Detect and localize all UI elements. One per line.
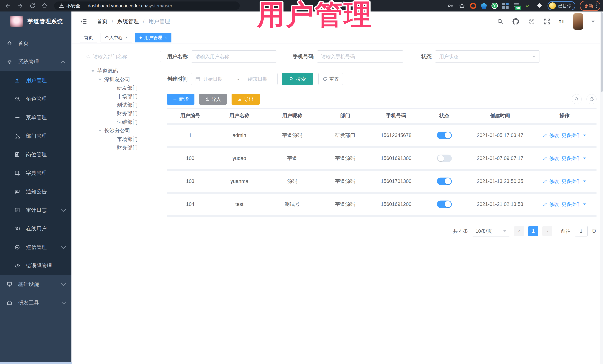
more-actions-link[interactable]: 更多操作 — [562, 132, 586, 139]
tree-node[interactable]: 长沙分公司 — [82, 126, 164, 135]
tree-expand-icon[interactable] — [91, 70, 95, 72]
status-select[interactable]: 用户状态 — [435, 50, 540, 63]
tree-node[interactable]: 财务部门 — [82, 109, 164, 118]
export-button[interactable]: 导出 — [232, 94, 260, 105]
browser-profile-badge[interactable]: 已暂停 — [547, 1, 575, 10]
browser-menu-icon[interactable] — [596, 3, 597, 8]
collapse-sidebar-icon[interactable] — [81, 18, 87, 25]
extension-grid-icon[interactable] — [502, 3, 509, 9]
page-number-button[interactable]: 1 — [528, 226, 538, 236]
avatar-dropdown-caret-icon[interactable] — [591, 21, 595, 22]
breadcrumb-section[interactable]: 系统管理 — [117, 18, 139, 25]
sidebar-item-user-mgmt[interactable]: 用户管理 — [0, 71, 72, 90]
address-bar[interactable]: 不安全 dashboard.yudao.iocoder.cn /system/u… — [54, 1, 240, 10]
tag-user-mgmt[interactable]: 用户管理 × — [135, 33, 172, 43]
app-logo-row[interactable]: 芋道管理系统 — [0, 11, 72, 31]
tag-home[interactable]: 首页 — [80, 33, 97, 43]
tree-node[interactable]: 市场部门 — [82, 92, 164, 101]
status-toggle[interactable] — [437, 154, 452, 162]
user-avatar[interactable] — [573, 13, 583, 30]
col-header[interactable]: 创建时间 — [468, 112, 533, 119]
extension-ubuntu-icon[interactable] — [470, 3, 476, 9]
col-header[interactable]: 用户名称 — [213, 112, 265, 119]
sidebar-item-menu-mgmt[interactable]: 菜单管理 — [0, 108, 72, 127]
sidebar-horizontal-scrollbar[interactable] — [0, 362, 72, 364]
breadcrumb-home[interactable]: 首页 — [97, 18, 108, 25]
close-icon[interactable]: × — [165, 35, 167, 40]
refresh-table-button[interactable] — [587, 94, 596, 104]
extension-drop-icon[interactable] — [481, 3, 487, 9]
sidebar-item-notice[interactable]: 通知公告 — [0, 182, 72, 201]
edit-link[interactable]: 修改 — [543, 201, 559, 208]
sidebar-item-post-mgmt[interactable]: 岗位管理 — [0, 145, 72, 164]
col-header[interactable]: 部门 — [319, 112, 371, 119]
status-toggle[interactable] — [437, 200, 452, 208]
import-button[interactable]: 导入 — [199, 94, 227, 105]
dept-search-input[interactable] — [93, 54, 157, 59]
page-size-select[interactable]: 10条/页 — [472, 226, 510, 236]
tag-profile[interactable]: 个人中心 × — [101, 33, 132, 43]
sidebar-item-sms-mgmt[interactable]: 短信管理 — [0, 238, 72, 256]
status-toggle[interactable] — [437, 177, 452, 185]
extension-adblock-icon[interactable]: on — [513, 2, 520, 9]
edit-link[interactable]: 修改 — [543, 178, 559, 185]
goto-page-input[interactable] — [575, 226, 588, 236]
header-search-icon[interactable] — [497, 18, 504, 25]
add-button[interactable]: 新增 — [167, 94, 195, 105]
tree-expand-icon[interactable] — [98, 78, 102, 81]
prev-page-button[interactable]: ‹ — [514, 226, 524, 236]
tree-node[interactable]: 运维部门 — [82, 118, 164, 126]
search-button[interactable]: 搜索 — [282, 73, 313, 85]
col-header[interactable]: 用户编号 — [167, 112, 213, 119]
bookmark-star-icon[interactable] — [458, 2, 465, 9]
browser-update-button[interactable]: 更新 — [580, 1, 600, 11]
col-header[interactable]: 状态 — [421, 112, 468, 119]
sidebar-item-infrastructure[interactable]: 基础设施 — [0, 275, 72, 294]
tree-node[interactable]: 研发部门 — [82, 84, 164, 92]
mobile-field[interactable] — [317, 50, 403, 63]
sidebar-item-system[interactable]: 系统管理 — [0, 53, 72, 71]
sidebar-item-home[interactable]: 首页 — [0, 34, 72, 53]
show-search-toggle-button[interactable] — [572, 94, 582, 104]
status-toggle[interactable] — [437, 132, 452, 139]
col-header[interactable]: 手机号码 — [371, 112, 421, 119]
browser-forward-button[interactable] — [16, 2, 24, 10]
page-scrollbar[interactable] — [600, 11, 603, 364]
mobile-input[interactable] — [321, 54, 399, 59]
sidebar-item-dev-tools[interactable]: 研发工具 — [0, 294, 72, 312]
tree-expand-icon[interactable] — [98, 130, 102, 132]
username-input[interactable] — [195, 54, 273, 59]
security-warning-icon[interactable] — [59, 3, 64, 8]
sidebar-scrollbar[interactable] — [71, 11, 72, 364]
next-page-button[interactable]: › — [542, 226, 552, 236]
tree-node[interactable]: 财务部门 — [82, 143, 164, 152]
reset-button[interactable]: 重置 — [318, 73, 343, 85]
github-icon[interactable] — [512, 18, 520, 25]
close-icon[interactable]: × — [125, 35, 128, 40]
sidebar-item-dept-mgmt[interactable]: 部门管理 — [0, 127, 72, 145]
fullscreen-icon[interactable] — [544, 18, 551, 25]
password-key-icon[interactable] — [447, 2, 454, 9]
date-range-picker[interactable]: 开始日期 - 结束日期 — [191, 73, 278, 85]
col-header[interactable]: 操作 — [533, 112, 596, 119]
edit-link[interactable]: 修改 — [543, 155, 559, 162]
col-header[interactable]: 用户昵称 — [265, 112, 319, 119]
extensions-puzzle-icon[interactable] — [536, 2, 543, 9]
more-actions-link[interactable]: 更多操作 — [562, 201, 586, 208]
sidebar-item-role-mgmt[interactable]: 角色管理 — [0, 90, 72, 108]
sidebar-item-online-users[interactable]: 在线用户 — [0, 220, 72, 238]
help-icon[interactable] — [528, 18, 535, 25]
dept-search-box[interactable] — [82, 51, 161, 62]
sidebar-item-errorcode-mgmt[interactable]: 错误码管理 — [0, 256, 72, 275]
more-actions-link[interactable]: 更多操作 — [562, 178, 586, 185]
browser-reload-button[interactable] — [29, 2, 36, 10]
sidebar-item-dict-mgmt[interactable]: 字典管理 — [0, 164, 72, 182]
browser-back-button[interactable] — [4, 2, 12, 10]
tree-node[interactable]: 测试部门 — [82, 101, 164, 109]
edit-link[interactable]: 修改 — [543, 132, 559, 139]
more-actions-link[interactable]: 更多操作 — [562, 155, 586, 162]
font-size-icon[interactable]: tT — [559, 18, 565, 25]
extension-sprout-icon[interactable] — [524, 2, 532, 9]
tree-node[interactable]: 深圳总公司 — [82, 75, 164, 84]
tree-node[interactable]: 市场部门 — [82, 135, 164, 143]
